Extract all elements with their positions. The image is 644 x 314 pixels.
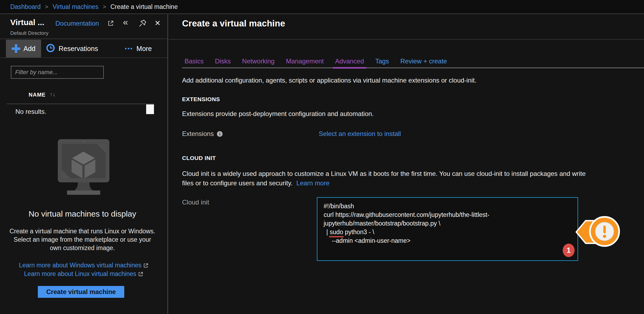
clock-icon: [46, 43, 55, 54]
code-line: | sudo python3 - \: [324, 228, 571, 236]
tab-review-create[interactable]: Review + create: [398, 55, 450, 67]
code-line: jupyterhub/master/bootstrap/bootstrap.py…: [324, 219, 571, 228]
cloud-init-textarea[interactable]: #!/bin/bash curl https://raw.githubuserc…: [317, 197, 578, 261]
extensions-field-label: Extensions: [182, 130, 223, 138]
tab-networking[interactable]: Networking: [240, 55, 277, 67]
sort-arrows-icon[interactable]: ↑↓: [50, 91, 55, 98]
reservations-label: Reservations: [59, 45, 98, 53]
breadcrumb-current: Create a virtual machine: [110, 3, 178, 11]
breadcrumb-separator-icon: >: [45, 4, 48, 10]
code-line: --admin <admin-user-name>: [324, 236, 571, 245]
create-vm-panel: Create a virtual machine Basics Disks Ne…: [169, 15, 644, 314]
scrollbar-thumb[interactable]: [146, 104, 154, 114]
wizard-tabs: Basics Disks Networking Management Advan…: [182, 55, 644, 68]
panel-header: Create a virtual machine: [169, 15, 644, 40]
cloud-init-field-label: Cloud init: [182, 199, 209, 206]
virtual-machines-blade: Virtual ... Documentation « ✕ Default Di…: [0, 15, 168, 314]
tab-advanced[interactable]: Advanced: [333, 55, 367, 67]
warning-callout-icon: [573, 213, 624, 254]
list-divider: [7, 104, 154, 104]
extensions-description: Extensions provide post-deployment confi…: [182, 110, 374, 118]
more-label: More: [136, 45, 152, 53]
blade-title: Virtual ...: [10, 18, 44, 27]
learn-windows-link[interactable]: Learn more about Windows virtual machine…: [0, 262, 167, 270]
cloud-init-section-header: CLOUD INIT: [182, 155, 216, 161]
breadcrumb-virtual-machines[interactable]: Virtual machines: [53, 3, 99, 11]
info-icon[interactable]: [217, 131, 223, 137]
pin-blade-icon[interactable]: [138, 19, 147, 29]
blade-header: Virtual ... Documentation « ✕ Default Di…: [0, 15, 167, 39]
code-line: #!/bin/bash: [324, 202, 571, 210]
tab-basics[interactable]: Basics: [182, 55, 206, 67]
plus-icon: [12, 44, 20, 53]
no-results-text: No results.: [15, 108, 46, 115]
directory-subtitle: Default Directory: [10, 30, 49, 36]
create-virtual-machine-button[interactable]: Create virtual machine: [38, 286, 124, 298]
collapse-blade-icon[interactable]: «: [123, 17, 128, 27]
vm-monitor-icon: [56, 138, 111, 200]
empty-state-title: No virtual machines to display: [3, 209, 162, 219]
tab-management[interactable]: Management: [283, 55, 326, 67]
breadcrumb-dashboard[interactable]: Dashboard: [10, 3, 41, 11]
sudo-misspell-underline: sudo: [330, 228, 343, 236]
select-extension-link[interactable]: Select an extension to install: [319, 130, 401, 138]
name-column-header[interactable]: NAME: [29, 92, 46, 98]
extensions-section-header: EXTENSIONS: [182, 96, 220, 103]
tab-disks[interactable]: Disks: [213, 55, 233, 67]
code-line: curl https://raw.githubusercontent.com/j…: [324, 210, 571, 219]
page-title: Create a virtual machine: [182, 18, 285, 29]
external-link-icon: [143, 262, 149, 270]
external-link-icon: [138, 271, 143, 278]
cloud-init-description: Cloud init is a widely used approach to …: [182, 169, 595, 188]
external-link-icon[interactable]: [108, 20, 114, 28]
breadcrumb-separator-icon: >: [103, 4, 106, 10]
more-button[interactable]: ••• More: [125, 40, 152, 57]
add-label: Add: [24, 45, 35, 53]
learn-more-link[interactable]: Learn more: [296, 179, 330, 187]
empty-state-description: Create a virtual machine that runs Linux…: [8, 227, 157, 252]
breadcrumb: Dashboard > Virtual machines > Create a …: [0, 0, 644, 14]
add-button[interactable]: Add: [6, 40, 41, 57]
advanced-intro-text: Add additional configuration, agents, sc…: [182, 77, 477, 84]
filter-by-name-input[interactable]: [11, 66, 104, 79]
blade-toolbar: Add Reservations ••• More: [0, 40, 167, 58]
tab-tags[interactable]: Tags: [373, 55, 391, 67]
documentation-link[interactable]: Documentation: [55, 20, 99, 27]
learn-linux-link[interactable]: Learn more about Linux virtual machines: [0, 270, 167, 278]
azure-portal-screen: Dashboard > Virtual machines > Create a …: [0, 0, 644, 314]
close-blade-icon[interactable]: ✕: [155, 19, 161, 28]
ellipsis-icon: •••: [125, 45, 133, 52]
reservations-button[interactable]: Reservations: [46, 40, 98, 57]
